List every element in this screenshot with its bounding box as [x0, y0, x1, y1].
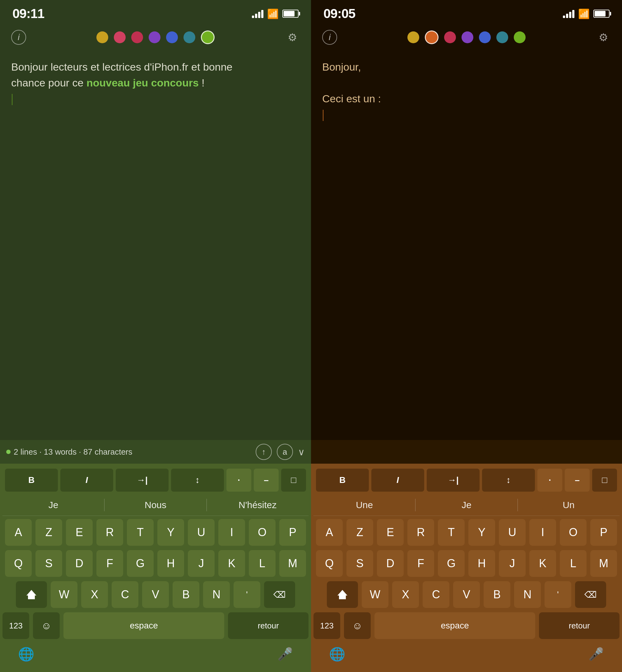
kb-sort-left[interactable]: ↕	[171, 469, 224, 492]
key-G-right[interactable]: G	[438, 550, 464, 577]
key-123-right[interactable]: 123	[313, 612, 340, 639]
color-dot-3-left[interactable]	[149, 31, 161, 43]
key-Y-left[interactable]: Y	[158, 519, 184, 546]
color-dot-4-right[interactable]	[479, 31, 491, 43]
stats-chevron-left[interactable]: ∨	[298, 447, 305, 457]
stats-a-btn[interactable]: a	[277, 444, 293, 460]
key-S-left[interactable]: S	[35, 550, 62, 577]
color-dot-2-right[interactable]	[444, 31, 456, 43]
key-G-left[interactable]: G	[127, 550, 153, 577]
key-shift-right[interactable]	[327, 581, 358, 608]
key-F-right[interactable]: F	[407, 550, 434, 577]
key-W-left[interactable]: W	[51, 581, 77, 608]
key-D-left[interactable]: D	[66, 550, 93, 577]
key-U-right[interactable]: U	[499, 519, 526, 546]
info-button-right[interactable]: i	[322, 30, 337, 45]
key-Q-right[interactable]: Q	[316, 550, 343, 577]
key-emoji-left[interactable]: ☺	[33, 612, 60, 639]
autocomplete-item-1-left[interactable]: Nous	[104, 494, 206, 516]
kb-italic-left[interactable]: I	[60, 469, 113, 492]
color-dot-4-left[interactable]	[166, 31, 178, 43]
autocomplete-item-2-right[interactable]: Un	[518, 494, 620, 516]
color-dot-0-left[interactable]	[96, 31, 108, 43]
key-Z-right[interactable]: Z	[346, 519, 373, 546]
key-I-left[interactable]: I	[218, 519, 245, 546]
text-area-right[interactable]: Bonjour, Ceci est un :	[311, 50, 622, 440]
kb-sort-right[interactable]: ↕	[482, 469, 535, 492]
kb-dash-right[interactable]: –	[565, 469, 590, 492]
key-emoji-right[interactable]: ☺	[344, 612, 371, 639]
key-return-right[interactable]: retour	[539, 612, 620, 639]
key-J-right[interactable]: J	[499, 550, 526, 577]
autocomplete-item-2-left[interactable]: N'hésitez	[207, 494, 309, 516]
key-P-right[interactable]: P	[590, 519, 617, 546]
key-U-left[interactable]: U	[188, 519, 215, 546]
key-Z-left[interactable]: Z	[35, 519, 62, 546]
key-H-left[interactable]: H	[158, 550, 184, 577]
key-A-right[interactable]: A	[316, 519, 343, 546]
globe-icon-left[interactable]: 🌐	[18, 646, 34, 662]
settings-button-right[interactable]: ⚙	[596, 30, 611, 45]
color-dot-3-right[interactable]	[461, 31, 473, 43]
text-area-left[interactable]: Bonjour lecteurs et lectrices d'iPhon.fr…	[0, 50, 311, 440]
color-dot-1-left[interactable]	[114, 31, 126, 43]
key-S-right[interactable]: S	[346, 550, 373, 577]
key-Q-left[interactable]: Q	[5, 550, 32, 577]
key-J-left[interactable]: J	[188, 550, 215, 577]
key-delete-right[interactable]: ⌫	[575, 581, 606, 608]
key-C-right[interactable]: C	[423, 581, 449, 608]
key-apos-right[interactable]: '	[545, 581, 571, 608]
key-R-right[interactable]: R	[407, 519, 434, 546]
color-dot-2-left[interactable]	[131, 31, 143, 43]
key-N-left[interactable]: N	[203, 581, 230, 608]
key-E-right[interactable]: E	[377, 519, 404, 546]
key-L-right[interactable]: L	[560, 550, 587, 577]
key-B-right[interactable]: B	[484, 581, 510, 608]
key-V-right[interactable]: V	[453, 581, 480, 608]
key-H-right[interactable]: H	[469, 550, 495, 577]
color-dot-6-right[interactable]	[514, 31, 526, 43]
color-dot-0-right[interactable]	[407, 31, 419, 43]
kb-italic-right[interactable]: I	[371, 469, 424, 492]
color-dot-6-left[interactable]	[201, 31, 215, 44]
kb-square-left[interactable]: □	[281, 469, 306, 492]
key-X-left[interactable]: X	[81, 581, 108, 608]
kb-tab-left[interactable]: →|	[116, 469, 169, 492]
kb-dot-right[interactable]: ·	[538, 469, 562, 492]
key-L-left[interactable]: L	[249, 550, 276, 577]
key-return-left[interactable]: retour	[228, 612, 309, 639]
autocomplete-item-1-right[interactable]: Je	[415, 494, 517, 516]
key-P-left[interactable]: P	[279, 519, 306, 546]
key-apos-left[interactable]: '	[234, 581, 260, 608]
autocomplete-item-0-right[interactable]: Une	[313, 494, 415, 516]
autocomplete-item-0-left[interactable]: Je	[2, 494, 104, 516]
key-O-right[interactable]: O	[560, 519, 587, 546]
key-K-left[interactable]: K	[218, 550, 245, 577]
key-Y-right[interactable]: Y	[469, 519, 495, 546]
kb-square-right[interactable]: □	[592, 469, 617, 492]
key-E-left[interactable]: E	[66, 519, 93, 546]
kb-bold-left[interactable]: B	[5, 469, 58, 492]
key-V-left[interactable]: V	[142, 581, 169, 608]
color-dot-1-right[interactable]	[425, 31, 439, 44]
key-delete-left[interactable]: ⌫	[264, 581, 295, 608]
key-O-left[interactable]: O	[249, 519, 276, 546]
key-T-left[interactable]: T	[127, 519, 153, 546]
info-button-left[interactable]: i	[11, 30, 26, 45]
settings-button-left[interactable]: ⚙	[285, 30, 300, 45]
globe-icon-right[interactable]: 🌐	[329, 646, 345, 662]
key-X-right[interactable]: X	[392, 581, 419, 608]
color-dot-5-right[interactable]	[496, 31, 508, 43]
key-123-left[interactable]: 123	[2, 612, 29, 639]
kb-dot-left[interactable]: ·	[227, 469, 251, 492]
key-space-right[interactable]: espace	[374, 612, 535, 639]
key-B-left[interactable]: B	[173, 581, 199, 608]
mic-icon-left[interactable]: 🎤	[277, 647, 293, 662]
key-M-right[interactable]: M	[590, 550, 617, 577]
key-M-left[interactable]: M	[279, 550, 306, 577]
kb-bold-right[interactable]: B	[316, 469, 369, 492]
color-dot-5-left[interactable]	[183, 31, 195, 43]
key-space-left[interactable]: espace	[63, 612, 224, 639]
kb-tab-right[interactable]: →|	[427, 469, 480, 492]
key-N-right[interactable]: N	[514, 581, 541, 608]
